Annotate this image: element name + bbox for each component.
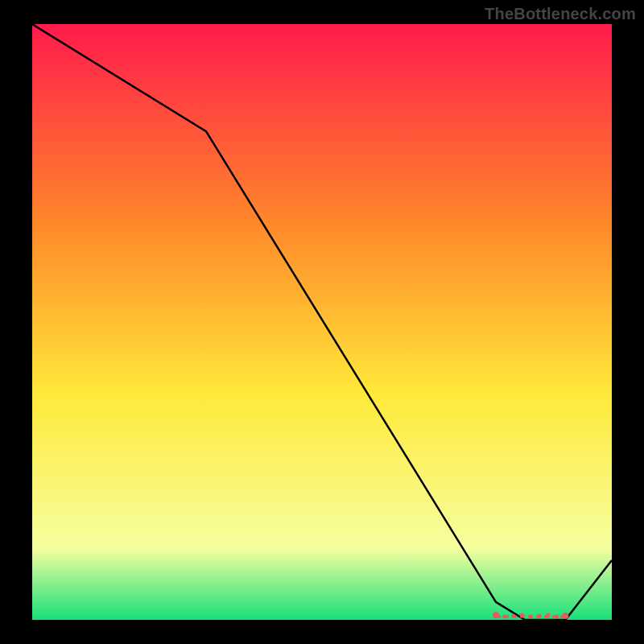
chart-background	[32, 24, 612, 620]
marker-dot	[511, 614, 515, 618]
marker-dot	[520, 613, 524, 617]
chart-plot-area	[32, 24, 612, 620]
chart-svg	[32, 24, 612, 620]
marker-dot	[555, 614, 559, 618]
marker-dot	[493, 612, 499, 618]
marker-dot	[546, 613, 550, 617]
marker-dot	[529, 614, 533, 618]
chart-frame: TheBottleneck.com	[0, 0, 644, 644]
marker-dot	[562, 613, 568, 619]
watermark-text: TheBottleneck.com	[485, 5, 636, 23]
marker-dot	[537, 614, 541, 618]
marker-dot	[502, 614, 506, 618]
